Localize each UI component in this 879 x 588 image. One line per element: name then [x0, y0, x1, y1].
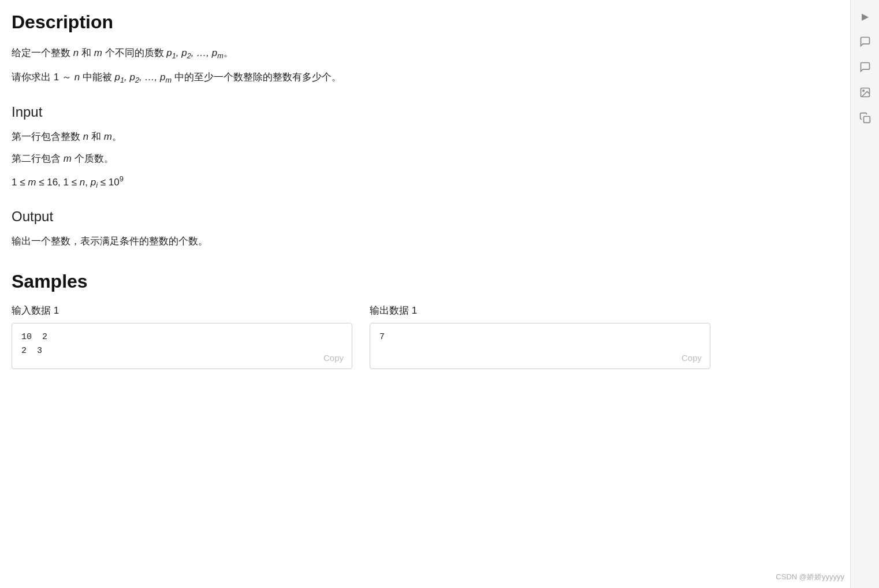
description-line-1: 给定一个整数 n 和 m 个不同的质数 p1, p2, …, pm。: [12, 44, 710, 63]
right-sidebar: ▶: [850, 0, 879, 588]
math-n2: n: [75, 72, 80, 83]
svg-rect-2: [863, 117, 870, 123]
output-sample-box: 7 Copy: [370, 323, 710, 369]
math-m2: m: [104, 131, 112, 142]
output-line-1: 输出一个整数，表示满足条件的整数的个数。: [12, 233, 710, 251]
input-line-2: 第二行包含 m 个质数。: [12, 150, 710, 168]
input-sample-box: 10 2 2 3 Copy: [12, 323, 352, 369]
samples-title: Samples: [12, 271, 710, 292]
math-n-ineq: n: [80, 177, 85, 188]
comment2-icon[interactable]: [855, 57, 876, 77]
input-line-1: 第一行包含整数 n 和 m。: [12, 128, 710, 146]
math-n: n: [73, 47, 79, 58]
output-sample-label: 输出数据 1: [370, 304, 710, 317]
input-section-title: Input: [12, 104, 710, 120]
footer-credit: CSDN @娇娇yyyyyy: [776, 572, 844, 582]
input-sample-1: 输入数据 1 10 2 2 3 Copy: [12, 304, 352, 369]
image-icon[interactable]: [855, 82, 876, 103]
copy-icon[interactable]: [855, 107, 876, 128]
description-line-2: 请你求出 1 ～ n 中能被 p1, p2, …, pm 中的至少一个数整除的整…: [12, 69, 710, 87]
math-m: m: [94, 47, 102, 58]
copy-input-button[interactable]: Copy: [323, 353, 344, 363]
chevron-right-icon[interactable]: ▶: [855, 6, 876, 27]
input-sample-label: 输入数据 1: [12, 304, 352, 317]
svg-point-1: [862, 90, 864, 92]
copy-output-button[interactable]: Copy: [681, 353, 702, 363]
samples-grid: 输入数据 1 10 2 2 3 Copy 输出数据 1 7 Copy: [12, 304, 710, 369]
output-sample-1: 输出数据 1 7 Copy: [370, 304, 710, 369]
input-line-3: 1 ≤ m ≤ 16, 1 ≤ n, pi ≤ 109: [12, 173, 710, 192]
description-title: Description: [12, 12, 710, 33]
math-m3: m: [64, 153, 72, 164]
main-content: Description 给定一个整数 n 和 m 个不同的质数 p1, p2, …: [0, 0, 728, 392]
math-pi-ineq: pi: [91, 177, 98, 188]
math-n3: n: [83, 131, 88, 142]
output-sample-code: 7: [379, 330, 701, 344]
math-p-series: p1, p2, …, pm: [166, 47, 224, 58]
comment1-icon[interactable]: [855, 31, 876, 52]
math-m-ineq: m: [28, 177, 36, 188]
input-sample-code: 10 2 2 3: [21, 330, 342, 358]
math-p-series2: p1, p2, …, pm: [115, 72, 172, 83]
output-section-title: Output: [12, 209, 710, 225]
